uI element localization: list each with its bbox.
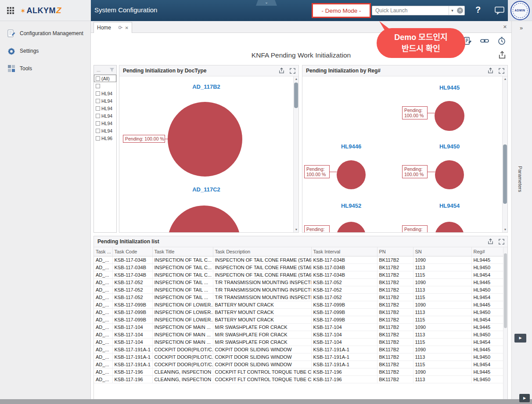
export-icon[interactable] xyxy=(278,68,285,74)
pin-icon[interactable] xyxy=(118,25,123,30)
scrollbar-thumb[interactable] xyxy=(504,253,507,328)
demo-mode-indicator: - Demo Mode - xyxy=(312,3,371,18)
table-row[interactable]: AD_... KSB-117-191A-1 COCKPIT DOOR(PILOT… xyxy=(94,354,503,361)
expand-panel-icon[interactable]: » xyxy=(520,25,523,31)
cell-reg: HL9454 xyxy=(471,339,503,346)
checkbox[interactable] xyxy=(96,91,100,96)
show-panel-arrow-button[interactable]: ▶ xyxy=(514,334,526,343)
admin-badge[interactable]: ADMIN xyxy=(510,1,530,20)
column-header[interactable]: Task Code xyxy=(112,247,152,256)
export-icon[interactable] xyxy=(487,68,494,74)
tools-icon xyxy=(7,64,16,73)
bubble-hl9450[interactable] xyxy=(435,160,464,189)
table-row[interactable]: AD_... KSB-117-196 CLEANING, INSPECTION … xyxy=(94,376,503,383)
chat-icon[interactable] xyxy=(495,7,504,14)
table-row[interactable]: AD_... KSB-117-034B INSPECTION OF TAIL C… xyxy=(94,271,503,279)
export-icon[interactable] xyxy=(498,51,507,60)
sidebar-item-settings[interactable]: Settings xyxy=(0,43,91,59)
filter-checkbox-item[interactable]: HL94 xyxy=(94,90,116,97)
maximize-icon[interactable] xyxy=(289,68,296,74)
chart-scrollbar[interactable]: ▲ ▼ xyxy=(293,76,298,232)
column-header[interactable]: Reg# xyxy=(471,247,503,256)
filter-funnel-icon[interactable] xyxy=(109,67,115,72)
table-row[interactable]: AD_... KSB-117-191A-1 COCKPIT DOOR(PILOT… xyxy=(94,346,503,354)
scrollbar-thumb[interactable] xyxy=(294,83,298,108)
checkbox[interactable] xyxy=(96,129,100,133)
cell-task-code: KSB-117-099B xyxy=(112,301,152,309)
table-row[interactable]: AD_... KSB-117-196 CLEANING, INSPECTION … xyxy=(94,368,503,376)
parameters-tab[interactable]: Parameters xyxy=(518,166,523,192)
column-header[interactable]: Task ... xyxy=(94,247,112,256)
table-row[interactable]: AD_... KSB-117-099B INSPECTION OF LOWER.… xyxy=(94,316,503,324)
table-row[interactable]: AD_... KSB-117-104 INSPECTION OF MAIN ..… xyxy=(94,331,503,339)
corner-arrow-button[interactable]: ▶ xyxy=(519,394,530,402)
scrollbar-thumb[interactable] xyxy=(503,144,507,204)
cell-task-interval: KSB-117-191A-1 xyxy=(311,354,377,361)
chevron-down-icon[interactable]: ⌄ xyxy=(256,0,277,6)
scroll-down-icon[interactable]: ▼ xyxy=(503,227,508,232)
grid-scrollbar[interactable] xyxy=(503,247,507,399)
sidebar-item-tools[interactable]: Tools xyxy=(0,61,91,76)
maximize-icon[interactable] xyxy=(498,68,505,74)
cell-reg: HL9454 xyxy=(471,361,503,368)
column-header[interactable]: Task Interval xyxy=(311,247,377,256)
scroll-down-icon[interactable]: ▼ xyxy=(294,227,299,232)
history-clock-button[interactable] xyxy=(496,35,507,47)
table-row[interactable]: AD_... KSB-117-052 INSPECTION OF TAIL ..… xyxy=(94,286,503,294)
checkbox[interactable] xyxy=(96,121,100,126)
table-row[interactable]: AD_... KSB-117-034B INSPECTION OF TAIL C… xyxy=(94,256,503,264)
help-button[interactable]: ? xyxy=(473,5,483,15)
bubble-hl9452[interactable] xyxy=(337,222,366,232)
bubble-ad-117c2[interactable] xyxy=(168,206,241,232)
table-row[interactable]: AD_... KSB-117-191A-1 COCKPIT DOOR(PILOT… xyxy=(94,361,503,368)
checkbox[interactable] xyxy=(96,76,100,81)
table-row[interactable]: AD_... KSB-117-104 INSPECTION OF MAIN ..… xyxy=(94,339,503,346)
checkbox[interactable] xyxy=(96,114,100,118)
bubble-hl9445[interactable] xyxy=(435,101,464,131)
table-row[interactable]: AD_... KSB-117-099B INSPECTION OF LOWER.… xyxy=(94,309,503,316)
column-header[interactable]: Task Title xyxy=(152,247,213,256)
dropdown-caret-icon[interactable]: ▾ xyxy=(449,6,456,15)
close-all-tabs-icon[interactable]: ✕ xyxy=(503,24,507,30)
checkbox[interactable] xyxy=(96,99,100,103)
filter-checkbox-item[interactable]: HL94 xyxy=(94,97,116,105)
sidebar-item-configuration-management[interactable]: Configuration Management xyxy=(0,25,91,41)
tab-close-icon[interactable]: ✕ xyxy=(125,25,129,30)
checkbox[interactable] xyxy=(96,106,100,111)
scroll-up-icon[interactable]: ▲ xyxy=(503,76,508,82)
link-button[interactable] xyxy=(479,35,490,47)
cell-task-title: INSPECTION OF TAIL C... xyxy=(152,271,213,279)
cell-sn: 1090 xyxy=(413,256,471,264)
bottom-scroll-strip[interactable] xyxy=(0,399,532,404)
checkbox[interactable] xyxy=(96,136,100,141)
filter-checkbox-item[interactable] xyxy=(94,82,116,90)
column-header[interactable]: SN xyxy=(413,247,471,256)
table-row[interactable]: AD_... KSB-117-052 INSPECTION OF TAIL ..… xyxy=(94,294,503,301)
filter-checkbox-item[interactable]: HL94 xyxy=(94,119,116,127)
filter-checkbox-item[interactable]: (All) xyxy=(94,75,116,82)
bubble-hl9446[interactable] xyxy=(337,160,366,189)
filter-checkbox-item[interactable]: HL94 xyxy=(94,105,116,112)
cell-task-title: INSPECTION OF TAIL C... xyxy=(152,256,213,264)
chart-scrollbar[interactable]: ▲ ▼ xyxy=(502,76,507,232)
filter-checkbox-item[interactable]: HL94 xyxy=(94,112,116,119)
tab-home[interactable]: Home ✕ xyxy=(93,22,132,33)
quick-launch-input[interactable]: Quick Launch ▾ ✕ xyxy=(372,6,465,15)
maximize-icon[interactable] xyxy=(498,238,505,245)
filter-checkbox-item[interactable]: HL96 xyxy=(94,134,116,142)
clear-icon[interactable]: ✕ xyxy=(457,7,463,14)
scroll-up-icon[interactable]: ▲ xyxy=(294,76,299,82)
checkbox[interactable] xyxy=(96,84,100,88)
table-row[interactable]: AD_... KSB-117-052 INSPECTION OF TAIL ..… xyxy=(94,279,503,286)
table-row[interactable]: AD_... KSB-117-104 INSPECTION OF MAIN ..… xyxy=(94,324,503,331)
cell-sn: 1113 xyxy=(413,309,471,316)
export-icon[interactable] xyxy=(487,238,494,245)
column-header[interactable]: Task Description xyxy=(213,247,311,256)
column-header[interactable]: PN xyxy=(377,247,413,256)
bubble-hl9454[interactable] xyxy=(435,222,464,232)
table-row[interactable]: AD_... KSB-117-099B INSPECTION OF LOWER.… xyxy=(94,301,503,309)
filter-checkbox-item[interactable]: HL94 xyxy=(94,127,116,134)
bubble-ad-117b2[interactable] xyxy=(168,102,242,177)
app-launcher-icon[interactable] xyxy=(7,7,14,14)
table-row[interactable]: AD_... KSB-117-034B INSPECTION OF TAIL C… xyxy=(94,264,503,271)
